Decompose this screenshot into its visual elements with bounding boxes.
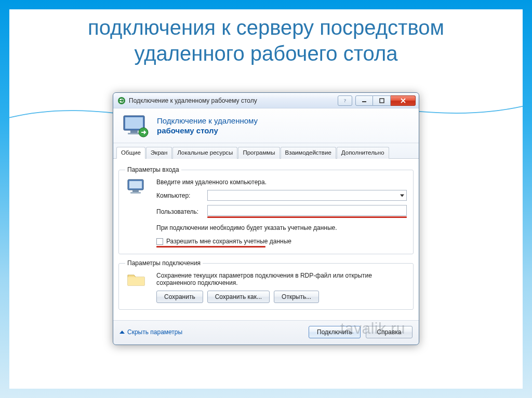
tab-display[interactable]: Экран bbox=[146, 147, 172, 159]
annotation-underline-checkbox bbox=[156, 246, 265, 248]
tab-programs[interactable]: Программы bbox=[238, 147, 280, 159]
help-button[interactable]: ? bbox=[338, 95, 352, 106]
monitor-icon bbox=[123, 115, 150, 138]
svg-text:?: ? bbox=[344, 98, 346, 103]
connection-params-text: Сохранение текущих параметров подключени… bbox=[156, 272, 407, 286]
dialog-banner: Подключение к удаленному рабочему столу bbox=[113, 108, 419, 143]
banner-line-2: рабочему столу bbox=[157, 126, 258, 136]
slide-heading: подключения к серверу посредством удален… bbox=[9, 9, 523, 66]
annotation-underline-user bbox=[207, 216, 407, 218]
login-params-legend: Параметры входа bbox=[125, 166, 181, 173]
save-credentials-label: Разрешить мне сохранять учетные данные bbox=[166, 238, 291, 245]
connect-button[interactable]: Подключить bbox=[309, 326, 361, 338]
help-footer-button[interactable]: Справка bbox=[366, 326, 413, 338]
computer-icon bbox=[125, 179, 148, 197]
tab-experience[interactable]: Взаимодействие bbox=[281, 147, 336, 159]
folder-icon bbox=[125, 272, 148, 287]
connection-params-legend: Параметры подключения bbox=[125, 259, 203, 267]
rdp-dialog-window: Подключение к удаленному рабочему столу … bbox=[113, 92, 419, 345]
tab-advanced[interactable]: Дополнительно bbox=[337, 147, 389, 159]
svg-rect-12 bbox=[132, 190, 139, 192]
svg-rect-13 bbox=[130, 192, 141, 194]
window-titlebar[interactable]: Подключение к удаленному рабочему столу … bbox=[113, 93, 419, 108]
heading-line-2: удаленного рабочего стола bbox=[134, 42, 397, 65]
window-title: Подключение к удаленному рабочему столу bbox=[129, 97, 257, 104]
save-credentials-checkbox[interactable] bbox=[156, 238, 163, 245]
heading-line-1: подключения к серверу посредством bbox=[88, 16, 444, 39]
svg-rect-7 bbox=[130, 130, 138, 133]
maximize-button[interactable] bbox=[373, 95, 391, 106]
svg-rect-4 bbox=[380, 99, 384, 103]
hide-params-link[interactable]: Скрыть параметры bbox=[119, 328, 182, 336]
tab-general[interactable]: Общие bbox=[116, 147, 145, 159]
slide-frame: подключения к серверу посредством удален… bbox=[9, 9, 523, 389]
computer-label: Компьютер: bbox=[156, 192, 203, 199]
svg-rect-11 bbox=[129, 181, 142, 188]
computer-combobox[interactable] bbox=[207, 190, 407, 201]
user-label: Пользователь: bbox=[156, 208, 203, 215]
arrow-up-icon bbox=[119, 331, 125, 334]
tab-strip: Общие Экран Локальные ресурсы Программы … bbox=[113, 143, 419, 159]
save-button[interactable]: Сохранить bbox=[156, 291, 203, 303]
tab-local-resources[interactable]: Локальные ресурсы bbox=[172, 147, 237, 159]
chevron-down-icon bbox=[400, 194, 404, 197]
credentials-hint: При подключении необходимо будет указать… bbox=[156, 224, 407, 231]
svg-rect-6 bbox=[125, 117, 143, 129]
close-button[interactable] bbox=[391, 95, 416, 106]
open-button[interactable]: Открыть... bbox=[274, 291, 319, 303]
user-input[interactable] bbox=[207, 205, 407, 216]
save-as-button[interactable]: Сохранить как... bbox=[207, 291, 270, 303]
rdp-app-icon bbox=[117, 97, 126, 105]
login-params-group: Параметры входа Введите имя удаленного к… bbox=[118, 166, 414, 254]
dialog-footer: Скрыть параметры Подключить Справка bbox=[113, 320, 419, 345]
tab-panel-general: Параметры входа Введите имя удаленного к… bbox=[113, 159, 419, 320]
svg-rect-8 bbox=[128, 133, 140, 134]
minimize-button[interactable] bbox=[355, 95, 373, 106]
svg-rect-3 bbox=[362, 101, 366, 102]
connection-params-group: Параметры подключения Сохранение текущих… bbox=[118, 259, 414, 310]
login-intro-text: Введите имя удаленного компьютера. bbox=[156, 179, 407, 186]
banner-line-1: Подключение к удаленному bbox=[157, 116, 258, 126]
